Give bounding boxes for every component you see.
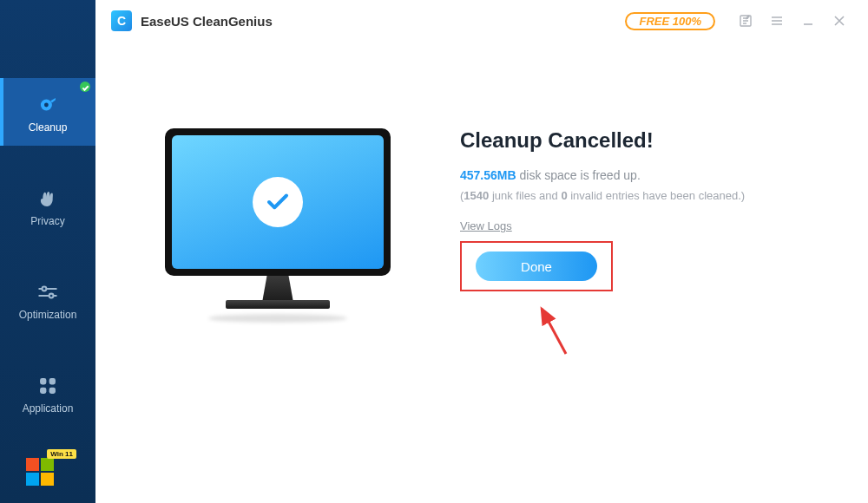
svg-rect-8 (40, 388, 46, 394)
svg-point-1 (44, 103, 49, 108)
result-detail-line: (1540 junk files and 0 invalid entries h… (460, 189, 833, 202)
hand-icon (36, 187, 59, 210)
invalid-count: 0 (561, 189, 567, 202)
done-button[interactable]: Done (476, 252, 597, 281)
vacuum-icon (36, 94, 59, 116)
svg-point-5 (49, 294, 54, 298)
sidebar-item-label: Application (23, 402, 74, 415)
junk-count: 1540 (464, 189, 489, 202)
view-logs-link[interactable]: View Logs (460, 219, 512, 232)
svg-point-3 (43, 287, 47, 291)
sidebar-item-label: Cleanup (29, 121, 68, 134)
close-icon[interactable] (826, 8, 852, 34)
start-menu-icon[interactable]: Win 11 (26, 458, 57, 489)
sidebar-item-label: Optimization (19, 309, 77, 321)
check-badge-icon (80, 82, 90, 92)
apps-icon (36, 375, 59, 397)
app-title: EaseUS CleanGenius (141, 14, 273, 29)
annotation-highlight-box: Done (460, 241, 613, 291)
app-window: Cleanup Privacy Optimization (0, 0, 868, 503)
freed-amount: 457.56MB (460, 168, 516, 182)
free-badge[interactable]: FREE 100% (625, 12, 715, 30)
sidebar-item-cleanup[interactable]: Cleanup (0, 78, 95, 146)
start-badge: Win 11 (47, 449, 76, 459)
svg-rect-7 (49, 378, 56, 384)
checkmark-icon (253, 177, 303, 227)
sidebar: Cleanup Privacy Optimization (0, 0, 95, 503)
note-icon[interactable] (733, 8, 759, 34)
minimize-icon[interactable] (795, 8, 821, 34)
titlebar: C EaseUS CleanGenius FREE 100% (95, 0, 868, 42)
result-panel: Cleanup Cancelled! 457.56MB disk space i… (460, 94, 833, 503)
sliders-icon (36, 281, 59, 304)
svg-rect-6 (40, 378, 46, 384)
result-freed-line: 457.56MB disk space is freed up. (460, 168, 833, 182)
app-logo-icon: C (111, 10, 132, 31)
sidebar-item-label: Privacy (30, 215, 64, 227)
monitor-illustration (148, 94, 408, 503)
svg-rect-9 (49, 388, 56, 394)
menu-icon[interactable] (764, 8, 790, 34)
main-content: Cleanup Cancelled! 457.56MB disk space i… (95, 42, 868, 503)
result-headline: Cleanup Cancelled! (460, 128, 833, 153)
sidebar-items: Cleanup Privacy Optimization (0, 78, 95, 427)
sidebar-item-privacy[interactable]: Privacy (0, 172, 95, 239)
sidebar-item-application[interactable]: Application (0, 359, 95, 427)
sidebar-item-optimization[interactable]: Optimization (0, 265, 95, 333)
